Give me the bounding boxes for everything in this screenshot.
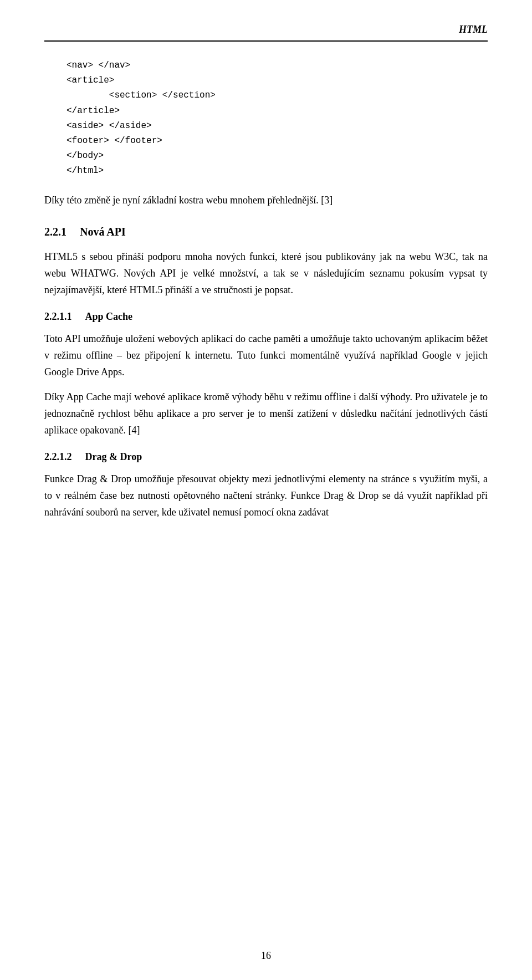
section-2-2-body: HTML5 s sebou přináší podporu mnoha nový… [44, 249, 488, 298]
code-line-5: <aside> </aside> [66, 121, 152, 131]
code-line-3: <section> </section> [66, 90, 216, 100]
section-2-2-title: Nová API [80, 223, 126, 240]
section-2-2-1-1-para-2: Díky App Cache mají webové aplikace krom… [44, 389, 488, 438]
code-line-4: </article> [66, 106, 120, 116]
page-header: HTML [44, 22, 488, 42]
section-2-2-number: 2.2.1 [44, 223, 66, 240]
code-line-8: </html> [66, 166, 104, 176]
page-number: 16 [261, 950, 271, 961]
section-2-2-1-1-title: App Cache [85, 309, 133, 324]
code-line-7: </body> [66, 151, 104, 161]
section-2-2-1-1-para-1: Toto API umožňuje uložení webových aplik… [44, 331, 488, 380]
page-footer: 16 [0, 948, 532, 963]
section-2-2-1-2-para-1: Funkce Drag & Drop umožňuje přesouvat ob… [44, 471, 488, 520]
section-2-2-1-2-number: 2.2.1.2 [44, 450, 72, 465]
section-2-2-1-1-heading-row: 2.2.1.1 App Cache [44, 309, 488, 324]
section-2-2-1-2-title: Drag & Drop [85, 450, 142, 465]
code-line-2: <article> [66, 75, 114, 85]
code-line-6: <footer> </footer> [66, 136, 162, 146]
section-2-2-1-1-number: 2.2.1.1 [44, 309, 72, 324]
code-line-1: <nav> </nav> [66, 60, 130, 70]
header-title: HTML [459, 24, 488, 35]
code-block: <nav> </nav> <article> <section> </secti… [44, 58, 488, 179]
section-2-2-1-2-heading-row: 2.2.1.2 Drag & Drop [44, 450, 488, 465]
page-container: HTML <nav> </nav> <article> <section> </… [0, 0, 532, 980]
intro-text: Díky této změně je nyní základní kostra … [44, 192, 488, 208]
section-2-2-heading-row: 2.2.1 Nová API [44, 223, 488, 240]
